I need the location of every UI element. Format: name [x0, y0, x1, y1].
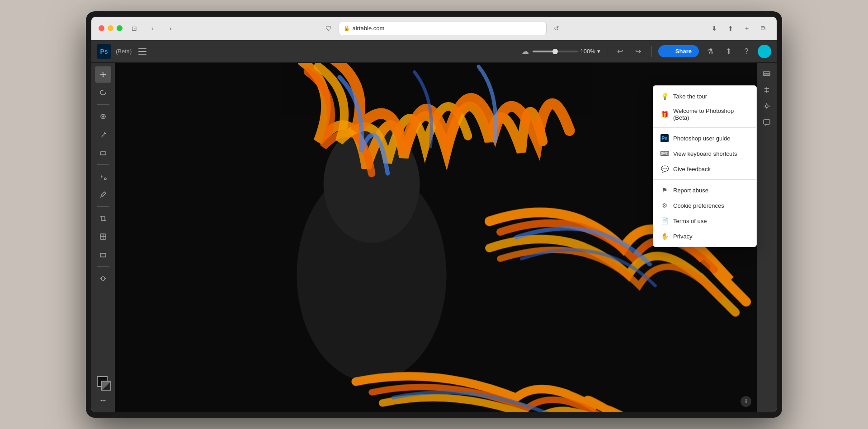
- user-avatar-btn[interactable]: [758, 45, 771, 58]
- tab-view-btn[interactable]: ⊡: [128, 22, 141, 35]
- back-btn[interactable]: ‹: [146, 22, 159, 35]
- take-tour-label: Take the tour: [673, 93, 707, 100]
- download-btn[interactable]: ⬇: [708, 22, 721, 35]
- help-dropdown-menu: 💡 Take the tour 🎁 Welcome to Photoshop (…: [653, 85, 757, 247]
- svg-point-4: [104, 178, 106, 180]
- share-btn[interactable]: 👤 Share: [658, 45, 699, 57]
- give-feedback-item[interactable]: 💬 Give feedback: [653, 161, 756, 177]
- info-btn[interactable]: ℹ: [741, 396, 751, 407]
- gift-icon: 🎁: [660, 110, 669, 118]
- address-bar[interactable]: 🔒 airtable.com: [339, 22, 547, 35]
- redo-btn[interactable]: ↪: [632, 45, 645, 58]
- left-toolbar: [91, 63, 115, 412]
- cookie-preferences-item[interactable]: ⚙ Cookie preferences: [653, 198, 756, 213]
- user-guide-item[interactable]: Ps Photoshop user guide: [653, 131, 756, 146]
- layers-panel-btn[interactable]: [760, 66, 774, 81]
- welcome-item[interactable]: 🎁 Welcome to Photoshop (Beta): [653, 104, 756, 125]
- give-feedback-label: Give feedback: [673, 166, 711, 173]
- tool-separator-4: [97, 266, 109, 267]
- app-area: Ps (Beta) ☁: [91, 40, 777, 412]
- welcome-label: Welcome to Photoshop (Beta): [673, 107, 749, 121]
- maximize-window-btn[interactable]: [117, 25, 123, 31]
- keyboard-shortcuts-item[interactable]: ⌨ View keyboard shortcuts: [653, 146, 756, 161]
- beta-label: (Beta): [116, 48, 132, 55]
- privacy-item[interactable]: ✋ Privacy: [653, 228, 756, 244]
- main-content: ℹ: [91, 63, 777, 412]
- reload-btn[interactable]: ↺: [550, 22, 563, 35]
- ps-guide-icon: Ps: [660, 134, 669, 142]
- properties-panel-btn[interactable]: [760, 99, 774, 113]
- terms-of-use-item[interactable]: 📄 Terms of use: [653, 213, 756, 228]
- privacy-label: Privacy: [673, 233, 693, 240]
- browser-window: ⊡ ‹ › 🛡 🔒 airtable.com ↺ ⬇ ⬆ + ⧉: [91, 17, 777, 412]
- svg-rect-3: [100, 152, 106, 155]
- keyboard-icon: ⌨: [660, 149, 669, 158]
- background-color-swatch[interactable]: [101, 381, 111, 391]
- close-window-btn[interactable]: [99, 25, 104, 31]
- forward-btn[interactable]: ›: [164, 22, 177, 35]
- new-tab-btn[interactable]: +: [741, 22, 753, 35]
- healing-tool-btn[interactable]: [95, 108, 111, 125]
- minimize-window-btn[interactable]: [108, 25, 113, 31]
- terms-of-use-label: Terms of use: [673, 218, 707, 224]
- svg-point-15: [103, 400, 104, 401]
- comment-panel-btn[interactable]: [760, 115, 774, 130]
- right-panel: [757, 63, 777, 412]
- shield-icon: 🛡: [322, 22, 335, 35]
- color-swatches[interactable]: [95, 374, 111, 391]
- svg-point-9: [101, 277, 105, 280]
- take-tour-item[interactable]: 💡 Take the tour: [653, 89, 756, 104]
- svg-point-16: [104, 400, 106, 401]
- sample-tool-btn[interactable]: [95, 270, 111, 287]
- paint-bucket-tool-btn[interactable]: [95, 168, 111, 185]
- svg-point-25: [765, 105, 768, 107]
- frame-tool-btn[interactable]: [95, 228, 111, 245]
- svg-point-14: [101, 400, 102, 401]
- browser-toolbar: ⊡ ‹ › 🛡 🔒 airtable.com ↺ ⬇ ⬆ + ⧉: [91, 17, 777, 40]
- cookie-preferences-label: Cookie preferences: [673, 202, 724, 209]
- lasso-tool-btn[interactable]: [95, 84, 111, 101]
- crop-tool-btn[interactable]: [95, 210, 111, 227]
- share-icon: 👤: [665, 48, 673, 55]
- cookie-icon: ⚙: [660, 201, 669, 210]
- lock-icon: 🔒: [344, 25, 350, 31]
- eyedropper-tool-btn[interactable]: [95, 187, 111, 203]
- zoom-slider[interactable]: [533, 51, 578, 52]
- svg-rect-21: [764, 74, 770, 75]
- share-browser-btn[interactable]: ⬆: [724, 22, 737, 35]
- svg-rect-26: [764, 120, 770, 124]
- cloud-sync-btn[interactable]: ☁: [522, 47, 529, 56]
- browser-actions: ⬇ ⬆ + ⧉: [708, 22, 769, 35]
- zoom-dropdown[interactable]: 100% ▾: [580, 48, 600, 55]
- tool-separator-3: [97, 206, 109, 207]
- flask-icon-btn[interactable]: ⚗: [703, 45, 717, 58]
- export-btn[interactable]: ⬆: [722, 45, 735, 58]
- dropdown-divider-2: [653, 179, 756, 180]
- document-icon: 📄: [660, 217, 669, 225]
- url-text: airtable.com: [353, 25, 385, 32]
- keyboard-shortcuts-label: View keyboard shortcuts: [673, 150, 737, 157]
- svg-rect-20: [764, 72, 770, 73]
- undo-btn[interactable]: ↩: [613, 45, 627, 58]
- adjustments-panel-btn[interactable]: [760, 83, 774, 97]
- app-toolbar: Ps (Beta) ☁: [91, 40, 777, 63]
- help-btn[interactable]: ?: [740, 45, 753, 58]
- tool-separator-2: [97, 164, 109, 165]
- macbook-frame: ⊡ ‹ › 🛡 🔒 airtable.com ↺ ⬇ ⬆ + ⧉: [86, 11, 782, 418]
- tabs-btn[interactable]: ⧉: [757, 22, 769, 35]
- brush-tool-btn[interactable]: [95, 126, 111, 143]
- menu-hamburger-btn[interactable]: [136, 45, 149, 58]
- lightbulb-icon: 💡: [660, 92, 669, 100]
- user-guide-label: Photoshop user guide: [673, 135, 730, 142]
- svg-rect-8: [100, 253, 106, 257]
- move-tool-btn[interactable]: [95, 66, 111, 83]
- cloud-controls: ☁ 100% ▾: [522, 47, 600, 56]
- eraser-tool-btn[interactable]: [95, 145, 111, 161]
- toolbar-divider: [607, 46, 607, 57]
- more-tools-btn[interactable]: [95, 392, 111, 409]
- frame-tool-2-btn[interactable]: [95, 247, 111, 263]
- tool-separator-1: [97, 104, 109, 105]
- report-abuse-item[interactable]: ⚑ Report abuse: [653, 182, 756, 198]
- flag-icon: ⚑: [660, 186, 669, 194]
- feedback-icon: 💬: [660, 165, 669, 173]
